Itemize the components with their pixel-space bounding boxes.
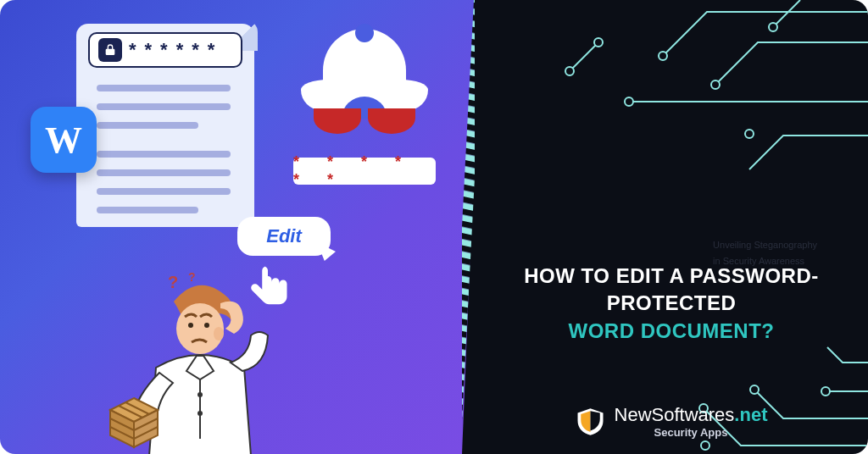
svg-point-5 <box>214 327 224 340</box>
title-line-1: HOW TO EDIT A PASSWORD-PROTECTED <box>475 263 868 318</box>
word-app-icon: W <box>31 107 97 173</box>
svg-point-4 <box>204 323 209 328</box>
svg-point-25 <box>821 387 830 396</box>
right-panel: Unveiling Steganography in Security Awar… <box>475 0 868 454</box>
brand-tagline: Security Apps <box>615 426 768 439</box>
svg-point-24 <box>750 385 759 394</box>
svg-point-19 <box>625 97 633 106</box>
document-illustration: ****** <box>76 24 254 227</box>
svg-point-17 <box>711 80 720 89</box>
ghost-line: Unveiling Steganography <box>713 237 817 253</box>
edit-bubble: Edit <box>237 217 331 256</box>
circuit-lines-icon <box>495 0 868 186</box>
confused-person-illustration: ? ? <box>93 269 314 454</box>
password-mask: ****** <box>129 39 223 61</box>
doc-line <box>97 207 198 213</box>
svg-point-7 <box>198 411 203 416</box>
svg-point-20 <box>745 130 754 138</box>
svg-point-26 <box>701 441 709 450</box>
svg-point-22 <box>565 67 574 75</box>
hacker-password-field: * * * * * * <box>293 158 436 185</box>
shield-logo-icon <box>576 407 606 437</box>
left-panel: ****** W * * * * * * <box>0 0 475 454</box>
word-letter: W <box>45 119 82 162</box>
doc-line <box>97 103 231 110</box>
title-line-2: WORD DOCUMENT? <box>475 318 868 345</box>
doc-line <box>97 188 231 195</box>
svg-point-3 <box>188 323 193 328</box>
puzzle-cube-icon <box>110 398 158 447</box>
password-field: ****** <box>88 32 242 68</box>
brand-suffix: .net <box>734 404 767 425</box>
circuit-decoration <box>475 0 868 454</box>
brand-block: NewSoftwares.net Security Apps <box>576 404 768 439</box>
hat-icon <box>301 25 428 110</box>
hacker-password-mask: * * * * * * <box>293 153 436 189</box>
lock-icon <box>98 38 122 62</box>
promo-banner: ****** W * * * * * * <box>0 0 868 454</box>
svg-point-18 <box>769 23 777 31</box>
doc-line <box>97 122 198 129</box>
svg-point-16 <box>659 52 667 60</box>
svg-text:?: ? <box>168 273 178 291</box>
doc-line <box>97 169 231 176</box>
brand-name: NewSoftwares.net <box>615 404 768 426</box>
svg-point-6 <box>198 392 203 397</box>
svg-point-21 <box>594 38 603 47</box>
doc-line <box>97 151 231 158</box>
page-title: HOW TO EDIT A PASSWORD-PROTECTED WORD DO… <box>475 263 868 345</box>
hacker-illustration: * * * * * * <box>288 25 441 185</box>
doc-line <box>97 85 231 91</box>
edit-label: Edit <box>266 225 302 247</box>
brand-name-text: NewSoftwares <box>615 404 735 425</box>
svg-text:?: ? <box>188 270 196 284</box>
